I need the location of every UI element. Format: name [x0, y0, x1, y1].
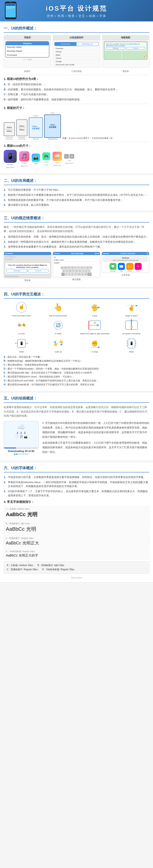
key-d[interactable]: D — [69, 270, 72, 273]
gesture-desc-d-text: 通过一个手指轻扫(swipe)：回到前一个屏幕，例如：列表的侧边翻屏到从页面顶部… — [7, 368, 101, 370]
map-content: Turn On Location Services to Allow Maps … — [102, 40, 149, 61]
modal-subject-field: Cc/Bcc, From: — [54, 259, 99, 261]
cancel-btn[interactable]: Cancel — [126, 47, 145, 50]
font-light-34-name: B：轻细标题文: light 34px — [6, 522, 147, 525]
key-s[interactable]: S — [66, 270, 69, 273]
svg-text:🖐: 🖐 — [91, 304, 99, 311]
key-m[interactable]: M — [84, 273, 87, 276]
key-p[interactable]: P — [90, 266, 93, 269]
gesture-scale-up: 👆 👆 scale up — [40, 337, 76, 353]
modal-send-btn[interactable]: Send — [95, 252, 99, 254]
keyboard-row-2: A S D F G H J K L — [54, 270, 99, 273]
key-delete[interactable]: ⌫ — [87, 273, 92, 276]
icon-57-symbol: 🎮 — [44, 154, 49, 159]
icon-114-symbol: 🎵 — [21, 153, 27, 159]
alert-title: Turn On Location Services to Allow Maps … — [6, 264, 49, 268]
alert-cancel[interactable]: Cancel — [28, 269, 49, 273]
key-x[interactable]: X — [68, 273, 71, 276]
key-shift[interactable]: ⇧ — [61, 273, 65, 276]
gesture-desc-h: H：通过摇晃(shake)机身：在可能的情况下可以撤消文字写入显示的结果，用来定… — [4, 382, 149, 386]
svg-rect-5 — [6, 6, 16, 7]
gesture-desc-e-text: 通过双指(double tap)：双击内容选定大于手指触中处，主要是放大然后小小… — [7, 371, 94, 374]
alert-sent: Sent from my iPod — [5, 276, 50, 277]
key-z[interactable]: Z — [65, 273, 68, 276]
rl-google: Google — [54, 60, 98, 63]
screen-box-1-height: 480px — [7, 130, 12, 132]
screen-box-2-size: 320px — [19, 125, 25, 127]
section-six: 六、UI的字体概述： 字体是你设计的尺度，大多数操作界面是选择主要字体选择模板，… — [0, 462, 153, 583]
control-type-a: 栏（状态栏和导航栏的组合体）； — [4, 82, 149, 87]
key-g[interactable]: G — [75, 270, 78, 273]
mail-label: Mail — [120, 270, 123, 272]
svg-marker-49 — [98, 346, 100, 348]
key-t[interactable]: T — [74, 266, 77, 269]
font-light-34-sample: AaBbCc 光明 — [6, 526, 147, 533]
flickr-icon[interactable]: f — [134, 263, 142, 270]
alert-settings[interactable]: Settings — [6, 269, 27, 273]
settings-btn[interactable]: Settings — [106, 47, 125, 50]
control-type-c: 控制元素：产品行为或显示的功能； — [4, 92, 149, 97]
gesture-press-hold: ☝ Press and hold to learn — [4, 301, 39, 317]
divider-2 — [4, 104, 149, 104]
svg-text:🔄: 🔄 — [56, 323, 60, 327]
svg-text:📱: 📱 — [20, 341, 24, 345]
key-u[interactable]: U — [80, 266, 83, 269]
screen-sizes-row: 320px 480px iPhone4/iPhone4S 320px 568px… — [4, 112, 149, 140]
key-h[interactable]: H — [79, 270, 82, 273]
icon-57-size: 57px — [44, 161, 48, 163]
svg-marker-18 — [136, 305, 137, 307]
download-icons: ☁️ ⬇ ⬇ ⬇ 📄 🎵 📸 — [4, 421, 38, 440]
download-items: 📄 🎵 📸 — [6, 435, 36, 438]
drag-label: to drag — [92, 351, 98, 353]
gesture-tap: 👆 Tap for primary action — [40, 301, 76, 317]
typo-point-3: iOS的字体增加了一个，主要于于字的字的内容上，其次基本的字体适配大量文本，利用… — [4, 489, 149, 498]
keyboard-row-1: Q W E R T Y U I O P — [54, 266, 99, 269]
key-o[interactable]: O — [86, 266, 89, 269]
key-a[interactable]: A — [62, 270, 65, 273]
icon-57: 🎮 57px icon — [42, 152, 50, 166]
purchased-item: Purchased — [6, 53, 49, 57]
svg-text:✌: ✌ — [128, 305, 135, 311]
svg-text:👆: 👆 — [54, 303, 63, 312]
screen-iphone6plus: 750px 750px实际像素 iPhone6 Plus — [44, 112, 61, 140]
font-samples-container: A：主标题: medium 34px AaBbCc 光明 B：轻细标题文: li… — [4, 506, 149, 559]
icon-58-size: 58px — [34, 163, 38, 165]
map-alert-title: Turn On Location Services to Allow Maps … — [106, 43, 145, 46]
section-one: 一、UI的控件概述： 导航栏 Playlists Recently Added … — [0, 23, 153, 174]
share-action[interactable]: ⊡ — [147, 252, 148, 254]
control-types-list: 栏（状态栏和导航栏的组合体）； 内容视图：显示内容的视图包，包括相关内容的交互行… — [4, 82, 149, 102]
divider-3 — [4, 142, 149, 142]
key-l[interactable]: L — [88, 270, 91, 273]
key-b[interactable]: B — [78, 273, 81, 276]
message-icon[interactable]: 💬 — [110, 263, 117, 270]
svg-marker-29 — [97, 324, 99, 326]
icon-72-size: 72px — [55, 162, 59, 164]
key-r[interactable]: R — [71, 266, 74, 269]
recently-added-item: Recently Added — [6, 45, 49, 49]
share-cancel[interactable]: Cancel — [103, 252, 109, 254]
icon-17-sym1: ☆ — [66, 155, 68, 158]
key-k[interactable]: K — [85, 270, 88, 273]
seg-btn-bookmarks: Bookmarks — [55, 42, 76, 46]
phone-illustration — [2, 1, 19, 20]
compass-icon: 🧭 — [143, 55, 147, 59]
gesture-desc-h-text: 通过摇晃(shake)机身：在可能的情况下可以撤消文字写入显示的结果，用来定位光… — [7, 383, 96, 386]
key-e[interactable]: E — [68, 266, 71, 269]
key-v[interactable]: V — [74, 273, 78, 276]
gesture-desc-b: B：拖拽移动(drag)：触碰到拖拽对象从拖拽终点(从拖拽起点到另一个终点)； — [4, 359, 149, 363]
key-y[interactable]: Y — [77, 266, 80, 269]
icon-box-57: 🎮 — [42, 152, 50, 160]
key-w[interactable]: W — [64, 266, 67, 269]
mail-icon[interactable]: ✉️ — [118, 263, 125, 270]
airplay-icon[interactable]: ▷ — [126, 263, 133, 270]
key-q[interactable]: Q — [61, 266, 64, 269]
modal-cancel-btn[interactable]: Cancel — [54, 252, 60, 254]
navbar-bar: Playlists — [6, 41, 49, 45]
key-c[interactable]: C — [71, 273, 74, 276]
key-j[interactable]: J — [82, 270, 85, 273]
font-rule-c-d: C：普通标题字: Regular 28px； D：Tab标准标题: Regula… — [7, 567, 146, 571]
key-f[interactable]: F — [72, 270, 75, 273]
key-n[interactable]: N — [81, 273, 84, 276]
key-i[interactable]: I — [84, 266, 86, 269]
screen-divider-2 — [19, 128, 25, 128]
